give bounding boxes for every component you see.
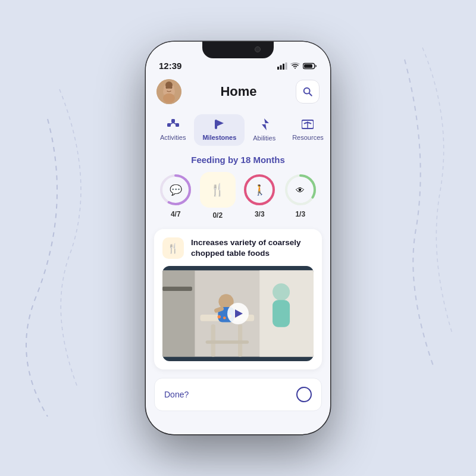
- avatar: [156, 79, 181, 104]
- svg-point-9: [163, 93, 175, 103]
- svg-rect-44: [273, 300, 290, 327]
- tab-activities-label: Activities: [160, 134, 186, 141]
- signal-icon: [277, 62, 287, 70]
- tab-milestones[interactable]: Milestones: [194, 114, 245, 146]
- svg-rect-0: [277, 67, 279, 70]
- progress-label-fork: 0/2: [212, 211, 223, 220]
- progress-item-chat[interactable]: 💬 4/7: [159, 173, 192, 218]
- progress-label-walk: 3/3: [255, 210, 265, 218]
- tab-resources[interactable]: Resources: [284, 114, 330, 146]
- svg-marker-22: [262, 118, 269, 130]
- activity-title: Increases variety of coarsely chopped ta…: [191, 237, 314, 259]
- svg-rect-3: [286, 62, 287, 70]
- activities-icon: [167, 119, 179, 131]
- svg-rect-20: [215, 120, 217, 129]
- progress-label-eye: 1/3: [295, 210, 305, 218]
- nav-tabs: Activities Milestones: [146, 110, 330, 152]
- activity-card: 🍴 Increases variety of coarsely chopped …: [154, 229, 322, 369]
- tab-milestones-label: Milestones: [202, 134, 236, 141]
- svg-rect-5: [304, 64, 312, 68]
- svg-rect-34: [206, 341, 249, 344]
- wifi-icon: [290, 62, 300, 70]
- done-row[interactable]: Done?: [154, 378, 322, 411]
- activity-header: 🍴 Increases variety of coarsely chopped …: [162, 237, 314, 259]
- done-label: Done?: [164, 390, 189, 399]
- svg-point-12: [165, 82, 173, 89]
- resources-icon: [302, 119, 314, 131]
- progress-item-walk[interactable]: 🚶 3/3: [243, 173, 276, 218]
- svg-point-40: [223, 317, 226, 320]
- done-checkbox[interactable]: [296, 387, 312, 402]
- svg-rect-46: [162, 287, 192, 291]
- phone-screen: 12:39: [146, 42, 330, 434]
- progress-item-eye[interactable]: 👁 1/3: [284, 173, 317, 218]
- section-title: Feeding by 18 Months: [146, 152, 330, 172]
- svg-rect-45: [162, 271, 195, 357]
- status-icons: [277, 62, 317, 70]
- abilities-icon: [259, 118, 269, 132]
- tab-abilities[interactable]: Abilities: [245, 114, 284, 146]
- tab-abilities-label: Abilities: [253, 134, 275, 142]
- video-thumbnail[interactable]: [162, 266, 314, 361]
- search-button[interactable]: [296, 80, 320, 104]
- svg-marker-21: [217, 120, 224, 126]
- page-title: Home: [220, 84, 256, 99]
- svg-line-14: [309, 93, 312, 96]
- phone-notch: [202, 42, 274, 58]
- app-content: Home: [146, 74, 330, 434]
- phone-shell: 12:39: [146, 42, 330, 434]
- app-header: Home: [146, 74, 330, 110]
- tab-resources-label: Resources: [292, 134, 324, 141]
- camera: [255, 46, 261, 52]
- milestones-icon: [214, 119, 225, 131]
- tab-activities[interactable]: Activities: [152, 114, 194, 146]
- progress-label-chat: 4/7: [171, 210, 181, 218]
- svg-rect-1: [280, 65, 282, 70]
- svg-point-39: [218, 315, 221, 318]
- progress-item-fork[interactable]: 🍴 0/2: [200, 172, 236, 220]
- progress-row: 💬 4/7 🍴 0/2 �: [146, 172, 330, 229]
- svg-rect-2: [283, 64, 284, 70]
- status-time: 12:39: [159, 61, 181, 71]
- activity-icon: 🍴: [162, 237, 184, 259]
- battery-icon: [303, 62, 317, 70]
- svg-point-43: [273, 284, 290, 301]
- svg-rect-15: [171, 119, 175, 123]
